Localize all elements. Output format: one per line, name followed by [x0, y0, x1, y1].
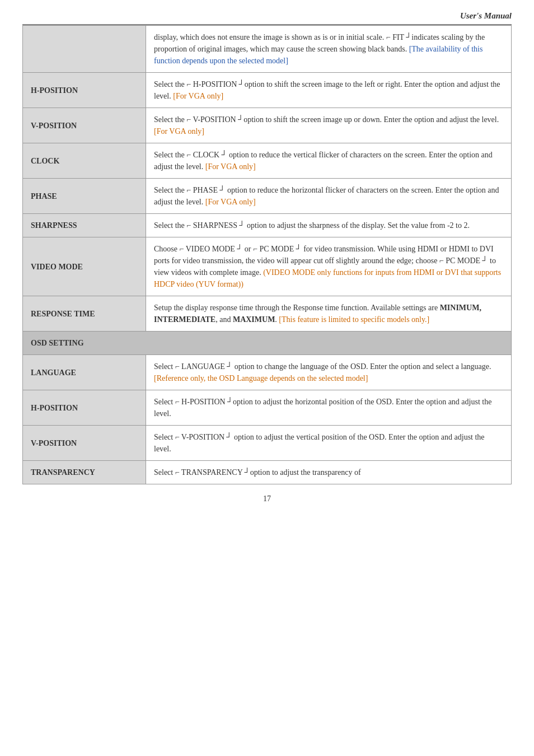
page-header: User's Manual	[22, 11, 512, 25]
normal-text: Select ⌐ LANGUAGE ┘ option to change the…	[154, 362, 491, 371]
normal-text: , and	[216, 315, 233, 324]
table-row: VIDEO MODEChoose ⌐ VIDEO MODE ┘ or ⌐ PC …	[23, 237, 512, 296]
table-row: SHARPNESSSelect the ⌐ SHARPNESS ┘ option…	[23, 214, 512, 237]
normal-text: Select ⌐ TRANSPARENCY ┘option to adjust …	[154, 468, 361, 477]
row-content: Select the ⌐ PHASE ┘ option to reduce th…	[146, 179, 512, 214]
row-content: Choose ⌐ VIDEO MODE ┘ or ⌐ PC MODE ┘ for…	[146, 237, 512, 296]
normal-text: Select ⌐ H-POSITION ┘option to adjust th…	[154, 398, 491, 418]
table-row: OSD SETTING	[23, 332, 512, 355]
table-row: H-POSITIONSelect the ⌐ H-POSITION ┘optio…	[23, 73, 512, 108]
table-row: V-POSITIONSelect the ⌐ V-POSITION ┘optio…	[23, 108, 512, 143]
table-row: TRANSPARENCYSelect ⌐ TRANSPARENCY ┘optio…	[23, 461, 512, 484]
row-label: H-POSITION	[23, 390, 146, 426]
row-content: Setup the display response time through …	[146, 296, 512, 332]
page-number: 17	[22, 494, 512, 503]
row-label: SHARPNESS	[23, 214, 146, 237]
row-content: Select ⌐ TRANSPARENCY ┘option to adjust …	[146, 461, 512, 484]
row-content: Select the ⌐ CLOCK ┘ option to reduce th…	[146, 143, 512, 179]
normal-text: Setup the display response time through …	[154, 304, 440, 312]
row-label: LANGUAGE	[23, 355, 146, 390]
row-label: PHASE	[23, 179, 146, 214]
row-content: display, which does not ensure the image…	[146, 26, 512, 73]
row-label: CLOCK	[23, 143, 146, 179]
row-label	[23, 26, 146, 73]
normal-text: Select ⌐ V-POSITION ┘ option to adjust t…	[154, 433, 485, 453]
bold-text: MAXIMUM	[233, 315, 275, 324]
table-row: CLOCKSelect the ⌐ CLOCK ┘ option to redu…	[23, 143, 512, 179]
row-label: VIDEO MODE	[23, 237, 146, 296]
row-label: V-POSITION	[23, 108, 146, 143]
section-header-cell: OSD SETTING	[23, 332, 512, 355]
row-label: TRANSPARENCY	[23, 461, 146, 484]
orange-text: [For VGA only]	[205, 198, 256, 206]
row-content: Select ⌐ V-POSITION ┘ option to adjust t…	[146, 426, 512, 461]
orange-text: [For VGA only]	[173, 92, 223, 100]
normal-text: Select the ⌐ V-POSITION ┘option to shift…	[154, 115, 499, 124]
main-table: display, which does not ensure the image…	[22, 25, 512, 484]
row-content: Select ⌐ H-POSITION ┘option to adjust th…	[146, 390, 512, 426]
table-row: H-POSITIONSelect ⌐ H-POSITION ┘option to…	[23, 390, 512, 426]
normal-text: Select the ⌐ SHARPNESS ┘ option to adjus…	[154, 221, 470, 230]
row-content: Select the ⌐ SHARPNESS ┘ option to adjus…	[146, 214, 512, 237]
table-row: display, which does not ensure the image…	[23, 26, 512, 73]
table-row: V-POSITIONSelect ⌐ V-POSITION ┘ option t…	[23, 426, 512, 461]
orange-text: [This feature is limited to specific mod…	[279, 315, 429, 324]
normal-text: Select the ⌐ CLOCK ┘ option to reduce th…	[154, 151, 493, 171]
row-label: V-POSITION	[23, 426, 146, 461]
row-label: RESPONSE TIME	[23, 296, 146, 332]
header-title: User's Manual	[22, 11, 512, 25]
orange-text: [For VGA only]	[205, 162, 256, 171]
bold-text: MINIMUM,	[440, 304, 481, 312]
table-row: LANGUAGESelect ⌐ LANGUAGE ┘ option to ch…	[23, 355, 512, 390]
table-row: RESPONSE TIMESetup the display response …	[23, 296, 512, 332]
bold-text: INTERMEDIATE	[154, 315, 216, 324]
orange-text: [Reference only, the OSD Language depend…	[154, 374, 368, 382]
row-content: Select the ⌐ H-POSITION ┘option to shift…	[146, 73, 512, 108]
row-content: Select ⌐ LANGUAGE ┘ option to change the…	[146, 355, 512, 390]
row-label: H-POSITION	[23, 73, 146, 108]
table-row: PHASESelect the ⌐ PHASE ┘ option to redu…	[23, 179, 512, 214]
row-content: Select the ⌐ V-POSITION ┘option to shift…	[146, 108, 512, 143]
orange-text: [For VGA only]	[154, 127, 204, 136]
